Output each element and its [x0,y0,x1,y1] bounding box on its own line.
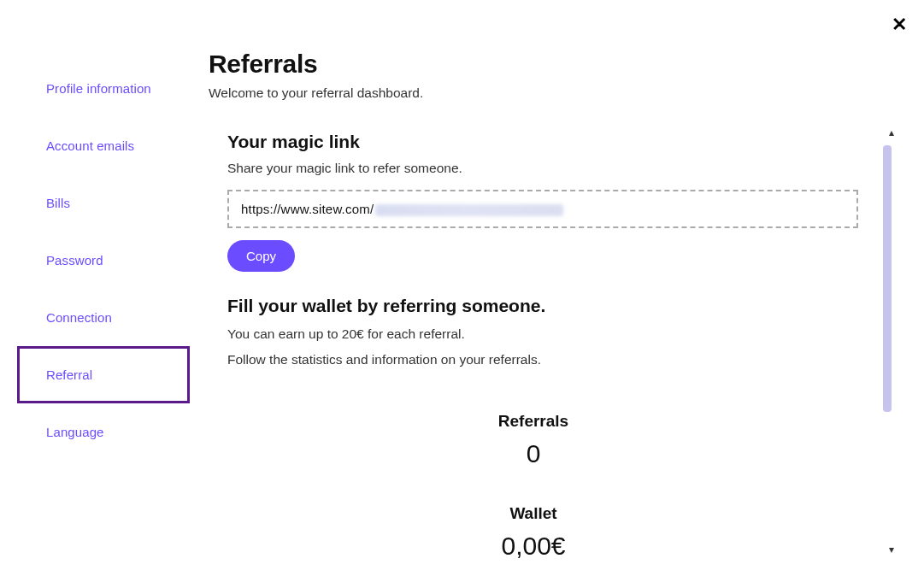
magic-link-redacted [375,204,563,216]
stats-section: Referrals 0 Wallet 0,00€ [209,412,858,561]
scrollbar[interactable] [883,145,892,412]
magic-link-heading: Your magic link [227,132,858,152]
page-subtitle: Welcome to your referral dashboard. [209,85,858,101]
page-title: Referrals [209,50,858,79]
main-content: Referrals Welcome to your referral dashb… [190,0,924,576]
sidebar-item-account-emails[interactable]: Account emails [17,117,190,174]
sidebar-item-referral[interactable]: Referral [17,346,190,403]
wallet-info-line1: You can earn up to 20€ for each referral… [227,326,858,342]
magic-link-url: https://www.sitew.com/ [241,202,374,216]
copy-button[interactable]: Copy [227,240,295,272]
wallet-info-line2: Follow the statistics and information on… [227,352,858,367]
wallet-info-section: Fill your wallet by referring someone. Y… [209,296,858,367]
magic-link-section: Your magic link Share your magic link to… [209,132,858,272]
wallet-info-heading: Fill your wallet by referring someone. [227,296,858,316]
sidebar-item-language[interactable]: Language [17,403,190,461]
sidebar-item-password[interactable]: Password [17,232,190,289]
magic-link-input[interactable]: https://www.sitew.com/ [227,190,858,228]
scroll-up-icon[interactable]: ▴ [889,126,894,138]
sidebar-item-profile-information[interactable]: Profile information [17,60,190,117]
sidebar: Profile information Account emails Bills… [0,0,190,576]
magic-link-description: Share your magic link to refer someone. [227,161,858,176]
sidebar-item-bills[interactable]: Bills [17,174,190,232]
sidebar-item-connection[interactable]: Connection [17,289,190,346]
referrals-value: 0 [209,439,858,468]
referrals-label: Referrals [209,412,858,431]
scroll-down-icon[interactable]: ▾ [889,544,894,555]
wallet-label: Wallet [209,504,858,523]
wallet-value: 0,00€ [209,532,858,561]
